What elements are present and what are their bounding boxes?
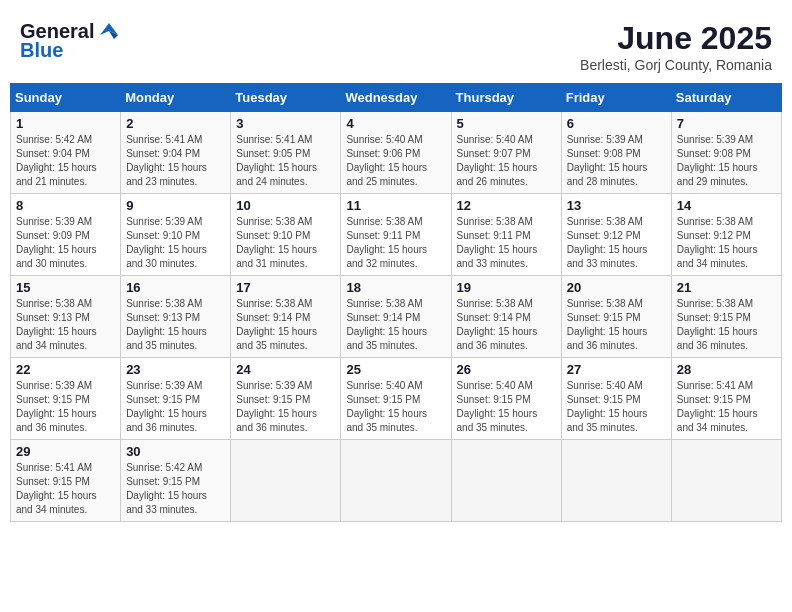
- day-number: 13: [567, 198, 666, 213]
- day-cell-14: 14Sunrise: 5:38 AM Sunset: 9:12 PM Dayli…: [671, 194, 781, 276]
- day-info: Sunrise: 5:39 AM Sunset: 9:15 PM Dayligh…: [236, 379, 335, 435]
- day-number: 14: [677, 198, 776, 213]
- day-cell-16: 16Sunrise: 5:38 AM Sunset: 9:13 PM Dayli…: [121, 276, 231, 358]
- day-number: 7: [677, 116, 776, 131]
- day-cell-3: 3Sunrise: 5:41 AM Sunset: 9:05 PM Daylig…: [231, 112, 341, 194]
- empty-cell: [451, 440, 561, 522]
- day-cell-7: 7Sunrise: 5:39 AM Sunset: 9:08 PM Daylig…: [671, 112, 781, 194]
- day-cell-19: 19Sunrise: 5:38 AM Sunset: 9:14 PM Dayli…: [451, 276, 561, 358]
- day-cell-6: 6Sunrise: 5:39 AM Sunset: 9:08 PM Daylig…: [561, 112, 671, 194]
- day-number: 5: [457, 116, 556, 131]
- day-number: 16: [126, 280, 225, 295]
- svg-marker-0: [100, 23, 118, 35]
- day-info: Sunrise: 5:41 AM Sunset: 9:15 PM Dayligh…: [16, 461, 115, 517]
- logo-bird-icon: [98, 21, 120, 43]
- day-number: 17: [236, 280, 335, 295]
- day-cell-18: 18Sunrise: 5:38 AM Sunset: 9:14 PM Dayli…: [341, 276, 451, 358]
- day-number: 22: [16, 362, 115, 377]
- weekday-header-saturday: Saturday: [671, 84, 781, 112]
- day-number: 24: [236, 362, 335, 377]
- day-info: Sunrise: 5:39 AM Sunset: 9:08 PM Dayligh…: [567, 133, 666, 189]
- day-number: 11: [346, 198, 445, 213]
- day-cell-9: 9Sunrise: 5:39 AM Sunset: 9:10 PM Daylig…: [121, 194, 231, 276]
- day-info: Sunrise: 5:38 AM Sunset: 9:13 PM Dayligh…: [16, 297, 115, 353]
- day-cell-21: 21Sunrise: 5:38 AM Sunset: 9:15 PM Dayli…: [671, 276, 781, 358]
- day-number: 12: [457, 198, 556, 213]
- day-info: Sunrise: 5:38 AM Sunset: 9:11 PM Dayligh…: [346, 215, 445, 271]
- day-info: Sunrise: 5:38 AM Sunset: 9:12 PM Dayligh…: [567, 215, 666, 271]
- day-number: 15: [16, 280, 115, 295]
- day-info: Sunrise: 5:41 AM Sunset: 9:15 PM Dayligh…: [677, 379, 776, 435]
- day-cell-8: 8Sunrise: 5:39 AM Sunset: 9:09 PM Daylig…: [11, 194, 121, 276]
- day-number: 2: [126, 116, 225, 131]
- day-cell-1: 1Sunrise: 5:42 AM Sunset: 9:04 PM Daylig…: [11, 112, 121, 194]
- day-cell-17: 17Sunrise: 5:38 AM Sunset: 9:14 PM Dayli…: [231, 276, 341, 358]
- day-cell-10: 10Sunrise: 5:38 AM Sunset: 9:10 PM Dayli…: [231, 194, 341, 276]
- day-info: Sunrise: 5:40 AM Sunset: 9:15 PM Dayligh…: [457, 379, 556, 435]
- empty-cell: [671, 440, 781, 522]
- day-number: 23: [126, 362, 225, 377]
- day-number: 18: [346, 280, 445, 295]
- day-info: Sunrise: 5:39 AM Sunset: 9:08 PM Dayligh…: [677, 133, 776, 189]
- day-number: 29: [16, 444, 115, 459]
- day-info: Sunrise: 5:40 AM Sunset: 9:15 PM Dayligh…: [567, 379, 666, 435]
- day-info: Sunrise: 5:38 AM Sunset: 9:15 PM Dayligh…: [677, 297, 776, 353]
- day-cell-20: 20Sunrise: 5:38 AM Sunset: 9:15 PM Dayli…: [561, 276, 671, 358]
- day-number: 20: [567, 280, 666, 295]
- day-number: 28: [677, 362, 776, 377]
- week-row-2: 8Sunrise: 5:39 AM Sunset: 9:09 PM Daylig…: [11, 194, 782, 276]
- week-row-1: 1Sunrise: 5:42 AM Sunset: 9:04 PM Daylig…: [11, 112, 782, 194]
- logo: General Blue: [20, 20, 120, 62]
- weekday-header-friday: Friday: [561, 84, 671, 112]
- day-info: Sunrise: 5:40 AM Sunset: 9:15 PM Dayligh…: [346, 379, 445, 435]
- day-cell-12: 12Sunrise: 5:38 AM Sunset: 9:11 PM Dayli…: [451, 194, 561, 276]
- weekday-header-row: SundayMondayTuesdayWednesdayThursdayFrid…: [11, 84, 782, 112]
- day-number: 27: [567, 362, 666, 377]
- day-number: 6: [567, 116, 666, 131]
- day-cell-15: 15Sunrise: 5:38 AM Sunset: 9:13 PM Dayli…: [11, 276, 121, 358]
- day-number: 25: [346, 362, 445, 377]
- logo-blue-text: Blue: [20, 39, 63, 62]
- day-number: 26: [457, 362, 556, 377]
- day-cell-5: 5Sunrise: 5:40 AM Sunset: 9:07 PM Daylig…: [451, 112, 561, 194]
- empty-cell: [231, 440, 341, 522]
- day-number: 9: [126, 198, 225, 213]
- day-info: Sunrise: 5:38 AM Sunset: 9:14 PM Dayligh…: [457, 297, 556, 353]
- day-number: 21: [677, 280, 776, 295]
- day-number: 1: [16, 116, 115, 131]
- day-number: 30: [126, 444, 225, 459]
- day-number: 3: [236, 116, 335, 131]
- day-cell-22: 22Sunrise: 5:39 AM Sunset: 9:15 PM Dayli…: [11, 358, 121, 440]
- day-cell-29: 29Sunrise: 5:41 AM Sunset: 9:15 PM Dayli…: [11, 440, 121, 522]
- day-number: 8: [16, 198, 115, 213]
- calendar-body: 1Sunrise: 5:42 AM Sunset: 9:04 PM Daylig…: [11, 112, 782, 522]
- day-info: Sunrise: 5:41 AM Sunset: 9:04 PM Dayligh…: [126, 133, 225, 189]
- month-title: June 2025: [580, 20, 772, 57]
- day-cell-23: 23Sunrise: 5:39 AM Sunset: 9:15 PM Dayli…: [121, 358, 231, 440]
- day-info: Sunrise: 5:39 AM Sunset: 9:10 PM Dayligh…: [126, 215, 225, 271]
- day-info: Sunrise: 5:38 AM Sunset: 9:13 PM Dayligh…: [126, 297, 225, 353]
- day-number: 10: [236, 198, 335, 213]
- day-info: Sunrise: 5:40 AM Sunset: 9:07 PM Dayligh…: [457, 133, 556, 189]
- empty-cell: [561, 440, 671, 522]
- day-info: Sunrise: 5:38 AM Sunset: 9:15 PM Dayligh…: [567, 297, 666, 353]
- calendar-table: SundayMondayTuesdayWednesdayThursdayFrid…: [10, 83, 782, 522]
- weekday-header-wednesday: Wednesday: [341, 84, 451, 112]
- week-row-4: 22Sunrise: 5:39 AM Sunset: 9:15 PM Dayli…: [11, 358, 782, 440]
- empty-cell: [341, 440, 451, 522]
- weekday-header-tuesday: Tuesday: [231, 84, 341, 112]
- day-info: Sunrise: 5:40 AM Sunset: 9:06 PM Dayligh…: [346, 133, 445, 189]
- day-cell-26: 26Sunrise: 5:40 AM Sunset: 9:15 PM Dayli…: [451, 358, 561, 440]
- day-cell-13: 13Sunrise: 5:38 AM Sunset: 9:12 PM Dayli…: [561, 194, 671, 276]
- day-cell-11: 11Sunrise: 5:38 AM Sunset: 9:11 PM Dayli…: [341, 194, 451, 276]
- day-info: Sunrise: 5:42 AM Sunset: 9:15 PM Dayligh…: [126, 461, 225, 517]
- day-number: 4: [346, 116, 445, 131]
- day-cell-28: 28Sunrise: 5:41 AM Sunset: 9:15 PM Dayli…: [671, 358, 781, 440]
- weekday-header-monday: Monday: [121, 84, 231, 112]
- day-info: Sunrise: 5:38 AM Sunset: 9:14 PM Dayligh…: [346, 297, 445, 353]
- location-subtitle: Berlesti, Gorj County, Romania: [580, 57, 772, 73]
- day-cell-2: 2Sunrise: 5:41 AM Sunset: 9:04 PM Daylig…: [121, 112, 231, 194]
- day-number: 19: [457, 280, 556, 295]
- day-info: Sunrise: 5:38 AM Sunset: 9:14 PM Dayligh…: [236, 297, 335, 353]
- day-info: Sunrise: 5:38 AM Sunset: 9:10 PM Dayligh…: [236, 215, 335, 271]
